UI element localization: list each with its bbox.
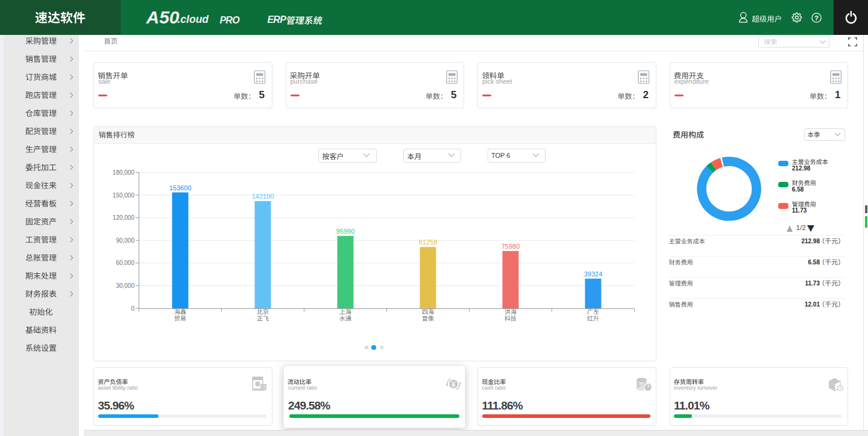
svg-text:75980: 75980 <box>502 243 520 250</box>
svg-text:60,000: 60,000 <box>116 260 134 266</box>
svg-text:81258: 81258 <box>419 238 438 246</box>
svg-text:?: ? <box>814 14 819 22</box>
svg-text:39324: 39324 <box>584 270 603 278</box>
svg-text:120,000: 120,000 <box>113 214 135 221</box>
svg-text:153600: 153600 <box>169 184 192 192</box>
svg-text:180,000: 180,000 <box>113 169 135 176</box>
svg-text:0: 0 <box>131 305 134 312</box>
svg-text:90,000: 90,000 <box>116 237 134 244</box>
svg-text:142100: 142100 <box>252 193 274 200</box>
svg-text:95990: 95990 <box>336 228 355 235</box>
svg-text:30,000: 30,000 <box>116 282 134 289</box>
svg-text:150,000: 150,000 <box>113 192 135 199</box>
